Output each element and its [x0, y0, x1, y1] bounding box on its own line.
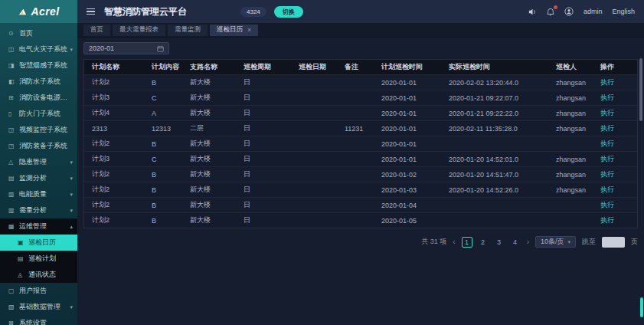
close-icon[interactable]: ×: [247, 26, 251, 34]
table-cell: 计划3: [84, 93, 144, 103]
sidebar-item-electrical-fire[interactable]: ◫ 电气火灾子系统 ▾: [0, 41, 77, 57]
sidebar: Acrel ⊙ 首页 ◫ 电气火灾子系统 ▾ ◨ 智慧烟感子系统 ◧ 消防水子系…: [0, 0, 77, 325]
chevron-icon: ▾: [70, 159, 73, 166]
sidebar-item-label: 消防装备子系统: [19, 141, 67, 151]
table-cell: 2020-01-04: [374, 202, 441, 209]
sidebar-item-monitor-analysis[interactable]: ▤ 监测分析 ▾: [0, 170, 77, 186]
page-number-1[interactable]: 1: [462, 237, 472, 248]
table-cell: 新大楼: [182, 108, 236, 118]
jump-suffix: 页: [631, 237, 638, 247]
execute-link[interactable]: 执行: [600, 216, 614, 224]
table-scrollbar-thumb[interactable]: [639, 58, 642, 121]
sidebar-item-inspection-calendar[interactable]: ▣ 巡检日历: [0, 235, 77, 251]
execute-link[interactable]: 执行: [600, 94, 614, 101]
column-header: 巡检人: [548, 62, 593, 72]
sidebar-item-fire-equipment[interactable]: ◳ 消防装备子系统: [0, 138, 77, 154]
door-icon: ▯: [8, 110, 19, 117]
chevron-down-icon: ▾: [567, 239, 570, 245]
table-cell: zhangsan: [548, 156, 593, 163]
column-header: 操作: [593, 62, 637, 72]
switch-button[interactable]: 切换: [274, 6, 303, 18]
page-list: 1234: [462, 237, 521, 248]
table-row: 231312313二层日112312020-01-012020-02-11 11…: [84, 120, 637, 136]
table-row: 计划4A新大楼日2020-01-012020-01-21 09:22:22.0z…: [84, 105, 637, 120]
sidebar-item-label: 通讯状态: [28, 270, 56, 280]
sidebar-item-inspection-plan[interactable]: ▤ 巡检计划: [0, 251, 77, 267]
sidebar-item-label: 用户报告: [19, 286, 47, 296]
table-cell: 计划2: [84, 139, 144, 149]
language-switch[interactable]: English: [612, 8, 635, 15]
tab-最大需量报表[interactable]: 最大需量报表: [113, 25, 165, 36]
main-content: 2020-01 计划名称计划内容支路名称巡检周期巡检日期备注计划巡检时间实际巡检…: [77, 38, 644, 325]
execute-link[interactable]: 执行: [600, 201, 614, 208]
table-cell: 计划2: [84, 169, 144, 179]
month-picker[interactable]: 2020-01: [83, 42, 169, 54]
sidebar-item-basic-data[interactable]: ▧ 基础数据管理 ▾: [0, 299, 77, 315]
brand-logo: Acrel: [0, 0, 77, 23]
table-cell: B: [144, 186, 182, 194]
sidebar-item-comm-status[interactable]: ◬ 通讯状态: [0, 267, 77, 283]
execute-link[interactable]: 执行: [600, 140, 614, 147]
table-row: 计划2B新大楼日2020-01-032020-01-20 14:52:26.0z…: [84, 182, 637, 197]
notifications-button[interactable]: [547, 8, 554, 16]
username[interactable]: admin: [584, 8, 603, 15]
sidebar-item-label: 电能质量: [19, 189, 47, 199]
table-cell: 日: [236, 123, 291, 133]
sidebar-item-fire-water[interactable]: ◧ 消防水子系统: [0, 74, 77, 90]
table-cell: B: [144, 140, 182, 148]
next-page-button[interactable]: ›: [527, 238, 529, 246]
execute-link[interactable]: 执行: [600, 155, 614, 162]
sail-logo-icon: [18, 7, 28, 17]
execute-link[interactable]: 执行: [600, 170, 614, 178]
execute-link[interactable]: 执行: [600, 185, 614, 193]
column-header: 计划名称: [84, 62, 144, 72]
sidebar-item-demand-analysis[interactable]: ▥ 需量分析 ▾: [0, 202, 77, 218]
page-number-2[interactable]: 2: [478, 237, 489, 248]
tab-label: 首页: [90, 25, 103, 34]
tab-巡检日历[interactable]: 巡检日历 ×: [210, 25, 258, 36]
sidebar-item-system-settings[interactable]: ⊠ 系统设置: [0, 315, 77, 325]
table-row: 计划3C新大楼日2020-01-012020-01-21 09:22:07.0z…: [84, 90, 637, 105]
tab-label: 巡检日历: [217, 25, 243, 34]
table-cell: 2020-01-21 09:22:07.0: [441, 94, 548, 102]
sidebar-item-hazard-management[interactable]: △ 隐患管理 ▾: [0, 154, 77, 170]
settings-icon: ⊠: [8, 320, 19, 325]
speaker-icon[interactable]: [528, 8, 537, 16]
sidebar-item-smoke-detector[interactable]: ◨ 智慧烟感子系统: [0, 57, 77, 74]
page-size-select[interactable]: 10条/页 ▾: [535, 236, 576, 248]
table-cell: 日: [236, 93, 291, 103]
table-cell: zhangsan: [548, 79, 593, 87]
water-icon: ◧: [8, 78, 19, 85]
sidebar-item-power-quality[interactable]: ▥ 电能质量 ▾: [0, 186, 77, 202]
collapse-menu-icon[interactable]: [87, 8, 95, 15]
table-cell: 新大楼: [182, 77, 236, 87]
sidebar-item-ops-management[interactable]: ▦ 运维管理 ▴: [0, 218, 77, 235]
tab-需量监测[interactable]: 需量监测: [168, 25, 208, 36]
execute-link[interactable]: 执行: [600, 78, 614, 86]
sidebar-item-fire-door[interactable]: ▯ 防火门子系统: [0, 106, 77, 122]
tab-bar: 首页 最大需量报表 需量监测 巡检日历 ×: [77, 23, 644, 38]
page-scrollbar-thumb[interactable]: [640, 297, 643, 317]
table-row: 计划2B新大楼日2020-01-012020-02-02 13:20:44.0z…: [84, 74, 637, 90]
table-cell: 2020-01-01: [374, 94, 441, 102]
prev-page-button[interactable]: ‹: [453, 238, 455, 246]
sidebar-item-home[interactable]: ⊙ 首页: [0, 25, 77, 41]
video-icon: ◲: [8, 126, 19, 133]
tab-首页[interactable]: 首页: [83, 25, 110, 36]
avatar[interactable]: [564, 7, 574, 16]
execute-link[interactable]: 执行: [600, 124, 614, 132]
table-cell: B: [144, 171, 182, 179]
analysis-icon: ▤: [8, 175, 19, 182]
execute-link[interactable]: 执行: [600, 109, 614, 117]
sidebar-item-user-report[interactable]: ▢ 用户报告: [0, 283, 77, 299]
table-cell: 日: [236, 154, 291, 164]
page-number-3[interactable]: 3: [494, 237, 505, 248]
chevron-icon: ▾: [70, 304, 73, 310]
sidebar-item-video-monitor[interactable]: ◲ 视频监控子系统: [0, 122, 77, 138]
sidebar-item-label: 巡检计划: [28, 254, 56, 264]
sidebar-item-equipment-power[interactable]: ⊞ 消防设备电源子系统: [0, 90, 77, 106]
page-number-4[interactable]: 4: [510, 237, 521, 248]
notification-dot: [554, 5, 557, 9]
jump-page-input[interactable]: [602, 237, 625, 248]
inspection-table: 计划名称计划内容支路名称巡检周期巡检日期备注计划巡检时间实际巡检时间巡检人操作 …: [83, 59, 638, 228]
